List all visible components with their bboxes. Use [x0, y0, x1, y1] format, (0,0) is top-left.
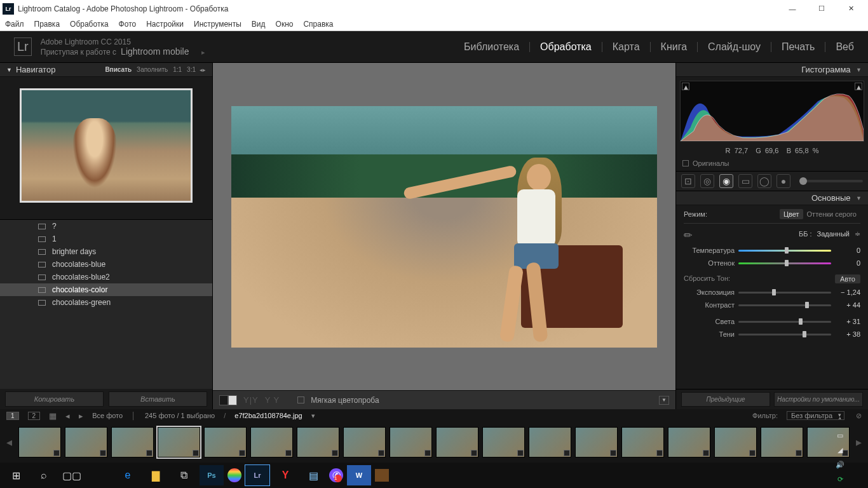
histogram[interactable]: ▲ ▲ [680, 81, 864, 142]
highlights-slider[interactable] [738, 319, 831, 324]
thumb[interactable] [65, 427, 107, 458]
thumb[interactable] [204, 427, 247, 458]
maximize-button[interactable]: ☐ [807, 0, 836, 17]
module-slideshow[interactable]: Слайд-шоу [698, 42, 771, 52]
histogram-header[interactable]: Гистограмма ▼ [676, 63, 868, 77]
thumb[interactable] [18, 427, 61, 458]
navigator-preview[interactable] [20, 88, 193, 203]
tint-value[interactable]: 0 [835, 259, 860, 267]
preset-row[interactable]: chocolates-blue [0, 258, 212, 271]
reset-button[interactable]: Настройки по умолчанию... [774, 392, 863, 407]
thumb[interactable] [343, 427, 386, 458]
module-print[interactable]: Печать [771, 42, 825, 52]
thumb[interactable] [761, 427, 803, 458]
ratio-menu-icon[interactable]: ◂▸ [200, 67, 206, 73]
menu-photo[interactable]: Фото [119, 20, 137, 29]
module-web[interactable]: Веб [825, 42, 854, 52]
thumb[interactable] [158, 427, 200, 458]
monitor-1-button[interactable]: 1 [6, 412, 19, 420]
menu-help[interactable]: Справка [303, 20, 333, 29]
previous-button[interactable]: Предыдущие [681, 392, 770, 407]
nav-fill[interactable]: Заполнить [137, 66, 168, 73]
photoshop-icon[interactable]: Ps [200, 465, 224, 485]
shadows-value[interactable]: + 38 [835, 330, 860, 338]
module-library[interactable]: Библиотека [454, 42, 530, 52]
crop-tool[interactable]: ⊡ [681, 174, 695, 188]
treatment-gray[interactable]: Оттенки серого [803, 209, 860, 219]
highlights-value[interactable]: + 31 [835, 318, 860, 325]
preset-row[interactable]: 1 [0, 233, 212, 245]
menu-view[interactable]: Вид [252, 20, 266, 29]
thumb[interactable] [297, 427, 339, 458]
tray-sync-icon[interactable]: ⟳ [837, 475, 843, 484]
start-button[interactable]: ⊞ [4, 465, 28, 485]
thumb[interactable] [621, 427, 664, 458]
grad-tool[interactable]: ▭ [738, 174, 752, 188]
before-after-split-icon[interactable]: Y Y [265, 395, 280, 405]
shadows-slider[interactable] [738, 332, 831, 337]
yandex-icon[interactable]: Y [273, 465, 297, 485]
eyedropper-icon[interactable]: ✎ [681, 225, 699, 243]
exposure-value[interactable]: − 1,24 [835, 288, 860, 296]
spot-tool[interactable]: ◎ [700, 174, 714, 188]
monitor-2-button[interactable]: 2 [28, 412, 41, 420]
thumb[interactable] [575, 427, 618, 458]
clip-highlights-icon[interactable]: ▲ [855, 83, 862, 90]
treatment-color[interactable]: Цвет [780, 209, 803, 219]
temp-slider[interactable] [738, 248, 831, 253]
edge-icon[interactable]: e [116, 465, 140, 485]
app-icon[interactable] [227, 468, 241, 482]
play-icon[interactable]: ▸ [201, 48, 205, 56]
preset-row[interactable]: brighter days [0, 245, 212, 258]
thumb[interactable] [436, 427, 478, 458]
preset-row[interactable]: chocolates-blue2 [0, 271, 212, 283]
fwd-icon[interactable]: ▸ [79, 411, 83, 421]
menu-settings[interactable]: Настройки [146, 20, 184, 29]
contrast-value[interactable]: + 44 [835, 301, 860, 309]
mobile-link[interactable]: Lightroom mobile [121, 46, 189, 57]
before-after-icon[interactable]: Y|Y [243, 395, 259, 405]
originals-row[interactable]: Оригиналы [676, 158, 868, 171]
view-switch[interactable] [219, 395, 237, 405]
thumb[interactable] [390, 427, 432, 458]
menu-window[interactable]: Окно [276, 20, 294, 29]
nav-1to1[interactable]: 1:1 [173, 66, 182, 73]
preset-row[interactable]: chocolates-color [0, 283, 212, 296]
brush-tool[interactable]: ● [776, 174, 790, 188]
grid-icon[interactable]: ▦ [49, 411, 57, 421]
softproof-checkbox[interactable] [297, 396, 304, 403]
menu-tools[interactable]: Инструменты [194, 20, 241, 29]
taskview-icon[interactable]: ▢▢ [60, 465, 84, 485]
preset-row[interactable]: ? [0, 220, 212, 233]
explorer-icon[interactable]: ▇ [144, 465, 168, 485]
lightroom-icon[interactable]: Lr [245, 465, 269, 485]
wb-select[interactable]: Заданный [817, 230, 850, 238]
preset-row[interactable]: chocolates-green [0, 296, 212, 309]
photo-preview[interactable] [231, 106, 657, 348]
tray-wifi-icon[interactable]: ◢ [837, 446, 843, 454]
brush-size-slider[interactable] [799, 180, 863, 182]
contrast-slider[interactable] [738, 302, 831, 308]
source-label[interactable]: Все фото [92, 412, 123, 419]
tray-battery-icon[interactable]: ▭ [837, 431, 843, 440]
toolbar-menu-icon[interactable]: ▼ [659, 396, 669, 405]
thumb[interactable] [111, 427, 154, 458]
back-icon[interactable]: ◂ [65, 411, 70, 421]
nav-fit[interactable]: Вписать [105, 66, 132, 73]
strip-left-icon[interactable]: ◂ [4, 435, 15, 449]
navigator-header[interactable]: ▼ Навигатор Вписать Заполнить 1:1 3:1 ◂▸ [0, 63, 212, 77]
thumb[interactable] [714, 427, 757, 458]
search-icon[interactable]: ⌕ [32, 465, 56, 485]
thumb[interactable] [482, 427, 525, 458]
close-button[interactable]: ✕ [836, 0, 865, 17]
thumb[interactable] [250, 427, 293, 458]
minimize-button[interactable]: — [778, 0, 807, 17]
tray-chevron-icon[interactable]: ˄ [838, 417, 842, 425]
store-icon[interactable]: ⧉ [172, 465, 196, 485]
thumb[interactable] [529, 427, 571, 458]
menu-file[interactable]: Файл [5, 20, 24, 29]
module-book[interactable]: Книга [651, 42, 698, 52]
module-develop[interactable]: Обработка [530, 42, 602, 52]
thumb[interactable] [668, 427, 710, 458]
temp-value[interactable]: 0 [835, 247, 860, 254]
